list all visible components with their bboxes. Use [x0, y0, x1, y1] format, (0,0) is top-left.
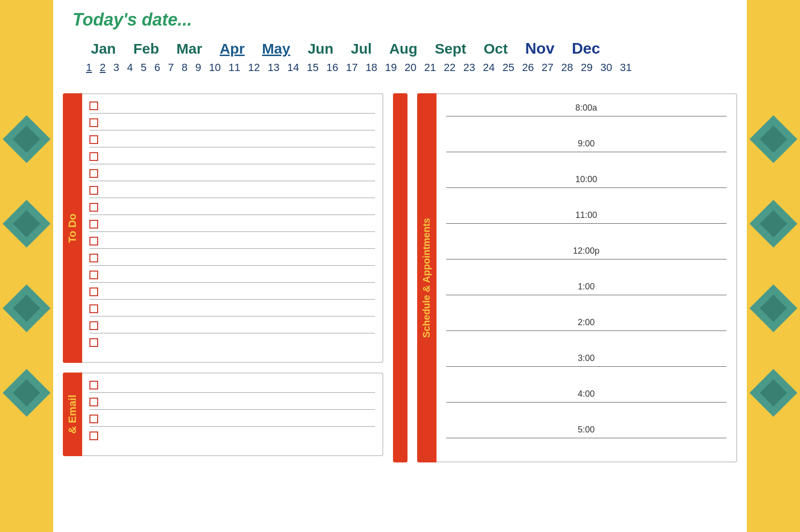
time-row-1000: 10:00: [446, 171, 727, 206]
time-1100: 11:00: [446, 206, 727, 221]
month-navigation: Jan Feb Mar Apr May Jun Jul Aug Sept Oct…: [73, 40, 727, 58]
day-25[interactable]: 25: [499, 61, 518, 74]
todo-checkbox[interactable]: [89, 254, 98, 262]
todo-line: [103, 241, 375, 242]
todo-checkbox[interactable]: [89, 304, 98, 313]
day-1[interactable]: 1: [82, 61, 96, 74]
diamond-decor: [3, 285, 51, 332]
day-12[interactable]: 12: [244, 61, 263, 74]
phone-checkbox[interactable]: [89, 431, 98, 440]
day-30[interactable]: 30: [596, 61, 616, 74]
time-divider: [446, 331, 727, 331]
day-17[interactable]: 17: [342, 61, 362, 74]
todo-checkbox[interactable]: [89, 186, 98, 195]
day-24[interactable]: 24: [479, 61, 498, 74]
phone-line: [103, 402, 375, 403]
day-14[interactable]: 14: [283, 61, 303, 74]
day-27[interactable]: 27: [538, 61, 557, 74]
month-may[interactable]: May: [253, 41, 299, 57]
time-divider: [446, 366, 727, 367]
month-dec[interactable]: Dec: [563, 40, 609, 58]
diamond-decor: [3, 115, 51, 163]
day-18[interactable]: 18: [362, 61, 381, 74]
day-23[interactable]: 23: [460, 61, 479, 74]
todo-line: [103, 157, 375, 157]
todo-checkbox[interactable]: [89, 118, 98, 127]
month-mar[interactable]: Mar: [168, 41, 211, 57]
time-row-400: 4:00: [446, 385, 727, 421]
month-jun[interactable]: Jun: [299, 41, 342, 57]
day-3[interactable]: 3: [110, 61, 123, 74]
todo-checkbox[interactable]: [89, 288, 98, 296]
day-11[interactable]: 11: [225, 61, 244, 74]
time-row-300: 3:00: [446, 349, 727, 385]
todo-row: [89, 220, 375, 232]
day-21[interactable]: 21: [421, 61, 440, 74]
phone-row: [89, 431, 375, 443]
month-oct[interactable]: Oct: [475, 41, 516, 57]
todo-row: [89, 203, 375, 215]
day-26[interactable]: 26: [518, 61, 538, 74]
diamond-decor: [3, 200, 51, 247]
month-apr[interactable]: Apr: [211, 41, 253, 57]
phone-row: [89, 381, 375, 393]
day-16[interactable]: 16: [322, 61, 342, 74]
time-space: [446, 192, 727, 206]
month-aug[interactable]: Aug: [380, 41, 426, 57]
day-7[interactable]: 7: [164, 61, 178, 74]
todo-checkbox[interactable]: [89, 271, 98, 279]
day-13[interactable]: 13: [264, 61, 283, 74]
time-500: 5:00: [446, 421, 727, 436]
day-8[interactable]: 8: [178, 61, 191, 74]
todo-checkbox[interactable]: [89, 220, 98, 229]
todo-checkbox[interactable]: [89, 203, 98, 212]
todo-section: To Do: [63, 93, 383, 363]
todo-checkbox[interactable]: [89, 152, 98, 161]
day-28[interactable]: 28: [557, 61, 577, 74]
day-19[interactable]: 19: [381, 61, 401, 74]
month-feb[interactable]: Feb: [125, 41, 168, 57]
todo-line: [103, 309, 375, 309]
month-sept[interactable]: Sept: [426, 41, 475, 57]
time-space: [446, 299, 727, 314]
day-2[interactable]: 2: [96, 61, 109, 74]
day-9[interactable]: 9: [191, 61, 205, 74]
day-navigation: 1 2 3 4 5 6 7 8 9 10 11 12 13 14 15 16 1…: [73, 58, 727, 74]
day-15[interactable]: 15: [303, 61, 322, 74]
month-nov[interactable]: Nov: [517, 40, 563, 58]
todo-checkbox[interactable]: [89, 338, 98, 347]
todo-checkbox[interactable]: [89, 101, 98, 110]
month-jul[interactable]: Jul: [342, 41, 380, 57]
todo-row: [89, 135, 375, 147]
day-6[interactable]: 6: [150, 61, 164, 74]
todo-row: [89, 186, 375, 198]
todo-checkbox[interactable]: [89, 169, 98, 178]
phone-line: [103, 419, 375, 419]
todo-line: [103, 326, 375, 326]
phone-checkbox[interactable]: [89, 415, 98, 423]
day-10[interactable]: 10: [205, 61, 224, 74]
time-divider: [446, 152, 727, 152]
phone-checkbox[interactable]: [89, 398, 98, 406]
main-content: Today's date... Jan Feb Mar Apr May Jun …: [53, 0, 747, 532]
time-divider: [446, 223, 727, 224]
todo-checkbox[interactable]: [89, 321, 98, 330]
day-29[interactable]: 29: [577, 61, 596, 74]
day-4[interactable]: 4: [123, 61, 137, 74]
day-31[interactable]: 31: [616, 61, 635, 74]
time-800: 8:00a: [446, 99, 727, 114]
day-22[interactable]: 22: [440, 61, 459, 74]
phone-checkbox[interactable]: [89, 381, 98, 389]
todo-checkbox[interactable]: [89, 135, 98, 144]
day-20[interactable]: 20: [401, 61, 420, 74]
todo-row: [89, 321, 375, 333]
todo-row: [89, 152, 375, 164]
time-space: [446, 120, 727, 135]
time-row-100: 1:00: [446, 278, 727, 314]
todo-line: [103, 292, 375, 292]
todo-row: [89, 288, 375, 300]
todo-checkbox[interactable]: [89, 237, 98, 245]
day-5[interactable]: 5: [137, 61, 150, 74]
todo-line: [103, 224, 375, 225]
month-jan[interactable]: Jan: [82, 41, 125, 57]
